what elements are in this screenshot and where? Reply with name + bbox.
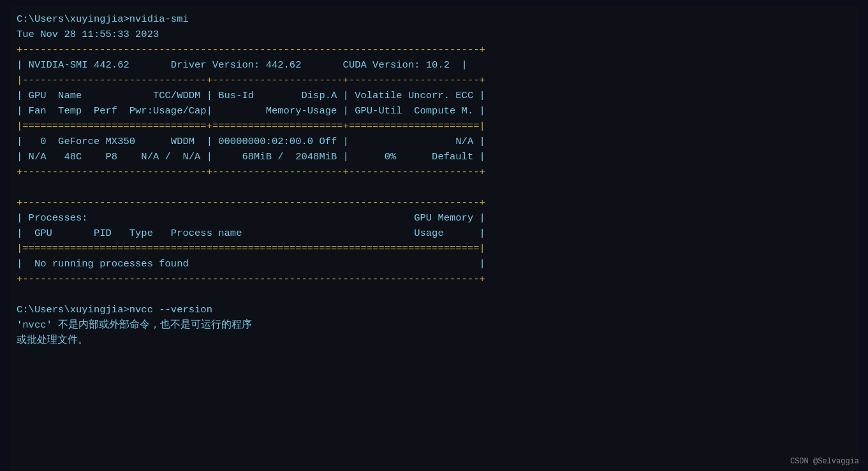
terminal-line: 'nvcc' 不是内部或外部命令，也不是可运行的程序: [17, 317, 851, 333]
terminal-line: Tue Nov 28 11:55:33 2023: [17, 27, 851, 42]
terminal-line: | Processes: GPU Memory |: [17, 210, 851, 226]
terminal-line: | N/A 48C P8 N/A / N/A | 68MiB / 2048MiB…: [17, 149, 851, 164]
terminal-line: +-------------------------------+-------…: [17, 164, 851, 180]
terminal-line: +---------------------------------------…: [17, 195, 851, 210]
watermark: CSDN @Selvaggia: [790, 457, 859, 466]
terminal-line: | GPU PID Type Process name Usage |: [17, 226, 851, 241]
terminal-line: | NVIDIA-SMI 442.62 Driver Version: 442.…: [17, 57, 851, 73]
terminal-line: +---------------------------------------…: [17, 42, 851, 57]
terminal-line: [17, 287, 851, 302]
terminal-window: C:\Users\xuyingjia>nvidia-smiTue Nov 28 …: [9, 6, 859, 471]
terminal-line: [17, 180, 851, 195]
terminal-line: |=======================================…: [17, 241, 851, 256]
terminal-content: C:\Users\xuyingjia>nvidia-smiTue Nov 28 …: [17, 11, 851, 348]
terminal-line: | 0 GeForce MX350 WDDM | 00000000:02:00.…: [17, 134, 851, 149]
terminal-line: 或批处理文件。: [17, 333, 851, 348]
terminal-line: | Fan Temp Perf Pwr:Usage/Cap| Memory-Us…: [17, 103, 851, 119]
terminal-line: | No running processes found |: [17, 256, 851, 272]
terminal-line: | GPU Name TCC/WDDM | Bus-Id Disp.A | Vo…: [17, 88, 851, 103]
terminal-line: C:\Users\xuyingjia>nvidia-smi: [17, 11, 851, 27]
terminal-line: |-------------------------------+-------…: [17, 73, 851, 88]
terminal-line: +---------------------------------------…: [17, 272, 851, 287]
terminal-line: C:\Users\xuyingjia>nvcc --version: [17, 302, 851, 317]
terminal-line: |===============================+=======…: [17, 119, 851, 134]
